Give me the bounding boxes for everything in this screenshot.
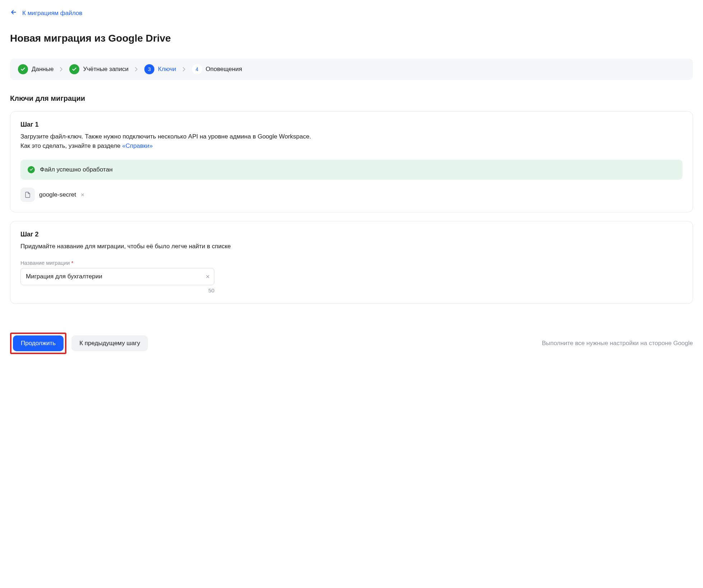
card-step2: Шаг 2 Придумайте название для миграции, … [10, 221, 693, 304]
required-marker: * [71, 260, 74, 266]
step-label: Ключи [158, 66, 176, 73]
back-link-label: К миграциям файлов [22, 10, 82, 17]
check-icon [69, 64, 79, 74]
section-title: Ключи для миграции [10, 94, 693, 103]
migration-name-input[interactable] [20, 268, 214, 285]
footer-note: Выполните все нужные настройки на сторон… [542, 340, 693, 347]
chevron-right-icon [135, 67, 138, 71]
card-desc: Придумайте название для миграции, чтобы … [20, 242, 683, 251]
step-accounts[interactable]: Учётные записи [69, 64, 129, 74]
card-title: Шаг 1 [20, 121, 683, 128]
step-data[interactable]: Данные [18, 64, 53, 74]
step-number: 3 [144, 64, 154, 74]
remove-file-button[interactable] [80, 193, 85, 197]
step-label: Данные [32, 66, 53, 73]
step-keys[interactable]: 3 Ключи [144, 64, 176, 74]
chevron-right-icon [183, 67, 186, 71]
footer-bar: Продолжить К предыдущему шагу Выполните … [10, 325, 693, 363]
step-number: 4 [192, 64, 202, 74]
help-link[interactable]: «Справки» [122, 142, 153, 149]
alert-text: Файл успешно обработан [40, 166, 113, 173]
chevron-right-icon [60, 67, 63, 71]
file-chip: google-secret [20, 188, 85, 202]
char-count: 50 [20, 287, 214, 293]
check-circle-icon [28, 166, 35, 173]
file-icon [20, 188, 35, 202]
file-name: google-secret [39, 191, 76, 198]
step-label: Оповещения [206, 66, 242, 73]
back-button[interactable]: К предыдущему шагу [71, 335, 148, 351]
step-notifications[interactable]: 4 Оповещения [192, 64, 242, 74]
clear-input-button[interactable] [205, 274, 210, 279]
stepper: Данные Учётные записи 3 Ключи 4 Оповещен… [10, 58, 693, 80]
field-label: Название миграции * [20, 260, 683, 266]
page-title: Новая миграция из Google Drive [10, 33, 693, 44]
highlight-box: Продолжить [10, 333, 66, 354]
desc-text: Как это сделать, узнайте в разделе [20, 142, 122, 149]
continue-button[interactable]: Продолжить [13, 335, 64, 351]
arrow-left-icon [10, 9, 17, 18]
desc-text: Загрузите файл-ключ. Также нужно подключ… [20, 133, 311, 140]
back-link[interactable]: К миграциям файлов [10, 9, 82, 18]
step-label: Учётные записи [83, 66, 129, 73]
check-icon [18, 64, 28, 74]
card-step1: Шаг 1 Загрузите файл-ключ. Также нужно п… [10, 111, 693, 212]
card-desc: Загрузите файл-ключ. Также нужно подключ… [20, 132, 683, 151]
alert-success: Файл успешно обработан [20, 160, 683, 180]
card-title: Шаг 2 [20, 231, 683, 238]
